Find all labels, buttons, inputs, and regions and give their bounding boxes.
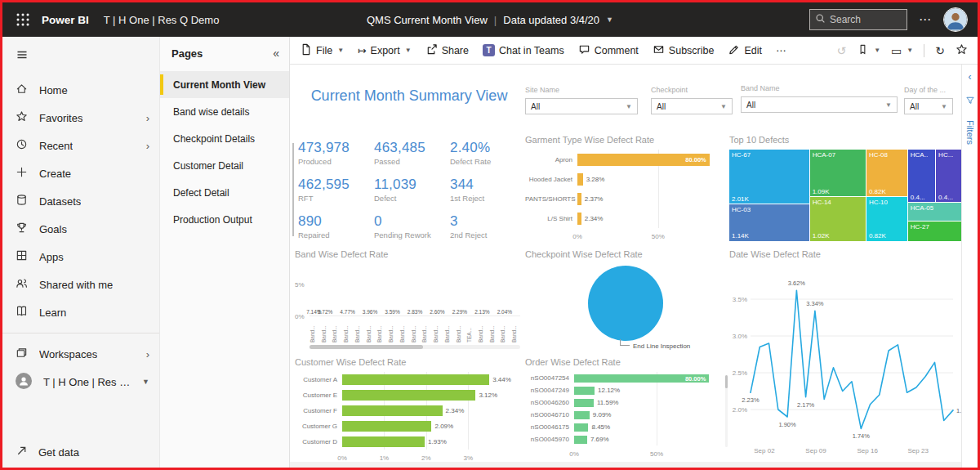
- page-item-current-month-view[interactable]: Current Month View: [160, 71, 289, 98]
- toolbar-refresh-button[interactable]: ↻: [935, 44, 945, 57]
- bh-body: Customer A3.44%Customer E3.12%Customer F…: [295, 372, 522, 450]
- search-box[interactable]: [809, 9, 907, 30]
- bar-customer-a[interactable]: [342, 374, 489, 385]
- pie-slice-end-line-inspection[interactable]: [588, 266, 663, 341]
- chevron-down-icon[interactable]: ▼: [606, 16, 613, 24]
- sl-chev: ▼: [941, 103, 947, 110]
- sidebar-item-learn[interactable]: Learn: [2, 298, 159, 326]
- filter-funnel-icon[interactable]: [965, 94, 975, 109]
- plus-icon: [16, 166, 28, 181]
- sidebar-item-home[interactable]: Home: [2, 76, 159, 104]
- sidebar-item-create[interactable]: Create: [2, 159, 159, 187]
- toolbar-chat-in-teams-button[interactable]: TChat in Teams: [483, 44, 564, 56]
- collapse-pages-icon[interactable]: «: [273, 47, 279, 60]
- treemap-tile-hca-05[interactable]: HCA-05: [908, 203, 961, 222]
- sidebar-item-recent[interactable]: Recent›: [2, 132, 159, 159]
- bar-nso0047249[interactable]: [574, 387, 595, 395]
- toolbar-file-button[interactable]: File▼: [300, 43, 344, 58]
- toolbar-comment-button[interactable]: Comment: [578, 43, 639, 58]
- more-options-icon[interactable]: ⋯: [919, 12, 932, 27]
- bar-pants-shorts[interactable]: [577, 193, 581, 205]
- slicer-checkpoint-dropdown[interactable]: All▼: [651, 98, 733, 114]
- toolbar-undo-button[interactable]: ↺: [836, 44, 846, 57]
- topbar-workspace-name[interactable]: T | H One | Res Q Demo: [104, 14, 220, 26]
- filters-pane-label[interactable]: Filters: [965, 120, 975, 145]
- bh-tick: 0%: [569, 450, 579, 458]
- user-avatar[interactable]: [943, 7, 968, 32]
- band-wise-defect-rate-chart[interactable]: Band Wise Defect Rate5%0%7.14%5.72%4.77%…: [295, 249, 522, 354]
- sidebar-item-datasets[interactable]: Datasets: [2, 187, 159, 215]
- toolbar-frame-button[interactable]: ▭▼: [891, 44, 913, 57]
- sidebar-item-get-data[interactable]: Get data: [16, 445, 79, 459]
- sidebar-item-apps[interactable]: Apps: [2, 243, 159, 271]
- path: [428, 44, 436, 53]
- top-10-defects-treemap[interactable]: Top 10 DefectsHC-672.01KHC-031.14KHCA-07…: [729, 135, 961, 249]
- treemap-tile-hc[interactable]: HC...0.4...: [936, 150, 961, 203]
- toolbar-bookmark-button[interactable]: ▼: [857, 43, 880, 58]
- toolbar-more-button[interactable]: ⋯: [776, 44, 786, 56]
- teams-icon: T: [483, 44, 495, 56]
- date-wise-defect-rate-chart[interactable]: Date Wise Defect Rate2.0%2.5%3.0%3.5%Sep…: [729, 249, 961, 463]
- sidebar-item-favorites[interactable]: Favorites›: [2, 104, 159, 132]
- treemap-tile-hc-10[interactable]: HC-100.82K: [866, 197, 908, 241]
- bar-nso0046260[interactable]: [574, 399, 594, 407]
- treemap-tile-hc-67[interactable]: HC-672.01K: [729, 150, 810, 204]
- treemap-tile-hca[interactable]: HCA..0.4...: [908, 150, 936, 203]
- bar-nso0046175[interactable]: [574, 423, 588, 432]
- page-item-checkpoint-details[interactable]: Checkpoint Details: [160, 125, 289, 152]
- bar-l-s-shirt[interactable]: [577, 213, 581, 225]
- treemap-tile-hc-27[interactable]: HC-27: [908, 222, 961, 241]
- waffle-menu-icon[interactable]: [12, 9, 33, 30]
- sidebar-item-workspaces[interactable]: Workspaces›: [2, 340, 159, 368]
- bar-customer-f[interactable]: [342, 405, 443, 416]
- svg: [16, 83, 28, 95]
- bh-zone: 3.44%: [342, 374, 522, 385]
- bookmark-icon: [857, 43, 869, 58]
- sidebar-item-t-h-one-res-q-d[interactable]: T | H One | Res Q D...▼: [2, 368, 159, 396]
- order-wise-defect-rate-chart[interactable]: Order Wise Defect RatenSO004725480.00%nS…: [525, 357, 726, 463]
- title-separator: |: [494, 14, 497, 26]
- bar-customer-e[interactable]: [342, 390, 475, 401]
- search-input[interactable]: [830, 14, 895, 25]
- treemap-tile-hc-14[interactable]: HC-141.02K: [810, 197, 866, 241]
- garment-type-defect-rate-chart[interactable]: Garment Type Wise Defect RateApron80.00%…: [525, 135, 726, 249]
- bar-customer-g[interactable]: [342, 421, 431, 432]
- bv-blab: 2.13%: [474, 309, 489, 315]
- toolbar-edit-button[interactable]: Edit: [728, 43, 762, 58]
- toolbar-share-button[interactable]: Share: [425, 43, 469, 58]
- circle: [817, 15, 822, 20]
- slicer-day-of-the-dropdown[interactable]: All▼: [904, 98, 953, 114]
- toolbar-subscribe-button[interactable]: Subscribe: [653, 43, 715, 58]
- treemap-tile-hc-03[interactable]: HC-031.14K: [729, 204, 810, 241]
- bar-nso0047254[interactable]: 80.00%: [574, 374, 709, 383]
- data-updated-label[interactable]: Data updated 3/4/20: [503, 14, 599, 26]
- toolbar-star-button[interactable]: [956, 43, 968, 58]
- slicer-site-name-dropdown[interactable]: All▼: [525, 98, 638, 114]
- bar-apron[interactable]: 80.00%: [577, 154, 710, 166]
- bv-xlab: Band...: [500, 318, 509, 342]
- treemap-tile-hc-08[interactable]: HC-080.82K: [866, 150, 908, 197]
- page-item-defect-detail[interactable]: Defect Detail: [160, 179, 289, 206]
- expand-filters-icon[interactable]: ‹: [969, 71, 972, 83]
- treemap-tile-hca-07[interactable]: HCA-071.09K: [810, 150, 866, 197]
- toolbar-export-button[interactable]: ↦Export▼: [358, 44, 412, 56]
- hamburger-menu-icon[interactable]: [16, 48, 159, 65]
- chart-scrollbar[interactable]: [310, 345, 520, 349]
- bar-hooded-jacket[interactable]: [577, 173, 583, 186]
- sidebar-item-shared-with-me[interactable]: Shared with me: [2, 271, 159, 298]
- page-item-production-output[interactable]: Production Output: [160, 206, 289, 233]
- checkpoint-wise-defect-rate-pie[interactable]: Checkpoint Wise Defect RateEnd Line Insp…: [525, 249, 726, 356]
- customer-wise-defect-rate-chart[interactable]: Customer Wise Defect RateCustomer A3.44%…: [295, 357, 522, 463]
- sidebar-item-goals[interactable]: Goals: [2, 215, 159, 243]
- chart-scrollbar[interactable]: [725, 375, 728, 447]
- bar-customer-d[interactable]: [342, 436, 425, 447]
- page-item-customer-detail[interactable]: Customer Detail: [160, 152, 289, 179]
- bar-nso0046710[interactable]: [574, 411, 590, 419]
- svg: 2.0%2.5%3.0%3.5%Sep 02Sep 09Sep 16Sep 23…: [729, 264, 961, 459]
- bh-zone: 2.37%: [577, 193, 726, 205]
- slicer-band-name-dropdown[interactable]: All▼: [741, 96, 898, 113]
- page-item-band-wise-details[interactable]: Band wise details: [160, 98, 289, 125]
- svg: [653, 43, 665, 56]
- bh-lab: nSO0047249: [525, 387, 574, 394]
- bar-nso0045970[interactable]: [574, 436, 587, 444]
